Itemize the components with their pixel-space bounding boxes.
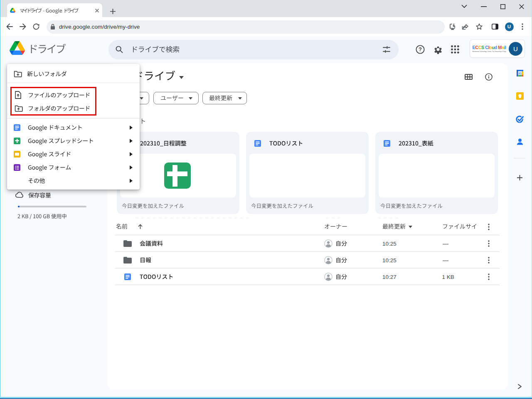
svg-text:31: 31 [518,71,522,75]
